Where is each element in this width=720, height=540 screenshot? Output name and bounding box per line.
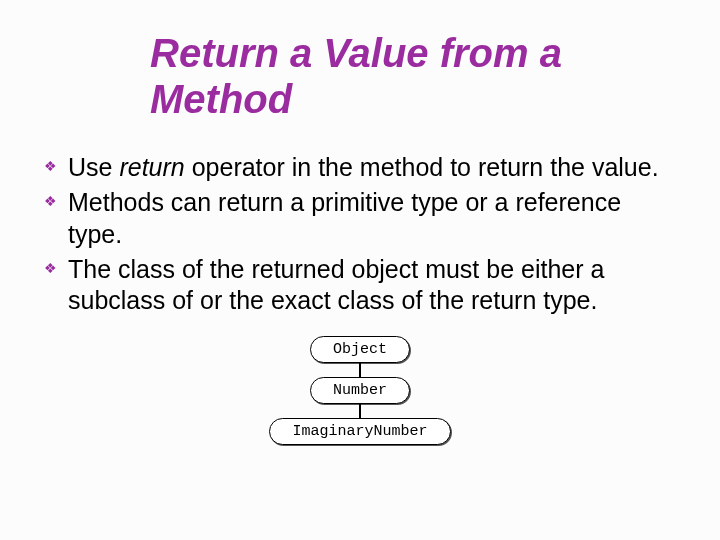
bullet-text-pre: The class of the returned object must be… xyxy=(68,255,604,314)
list-item: ❖ Methods can return a primitive type or… xyxy=(40,187,670,250)
bullet-text-post: operator in the method to return the val… xyxy=(185,153,659,181)
list-item: ❖ Use return operator in the method to r… xyxy=(40,152,670,183)
bullet-list: ❖ Use return operator in the method to r… xyxy=(30,152,690,316)
bullet-text-pre: Use xyxy=(68,153,119,181)
diagram-node: Object xyxy=(310,336,410,363)
slide-title: Return a Value from a Method xyxy=(150,30,690,122)
diagram-connector xyxy=(359,404,361,418)
diamond-bullet-icon: ❖ xyxy=(44,160,56,172)
diamond-bullet-icon: ❖ xyxy=(44,195,56,207)
bullet-text-em: return xyxy=(119,153,184,181)
diagram-node: ImaginaryNumber xyxy=(269,418,450,445)
diagram-node: Number xyxy=(310,377,410,404)
bullet-text-pre: Methods can return a primitive type or a… xyxy=(68,188,621,247)
diamond-bullet-icon: ❖ xyxy=(44,262,56,274)
class-hierarchy-diagram: Object Number ImaginaryNumber xyxy=(235,336,485,445)
list-item: ❖ The class of the returned object must … xyxy=(40,254,670,317)
diagram-connector xyxy=(359,363,361,377)
